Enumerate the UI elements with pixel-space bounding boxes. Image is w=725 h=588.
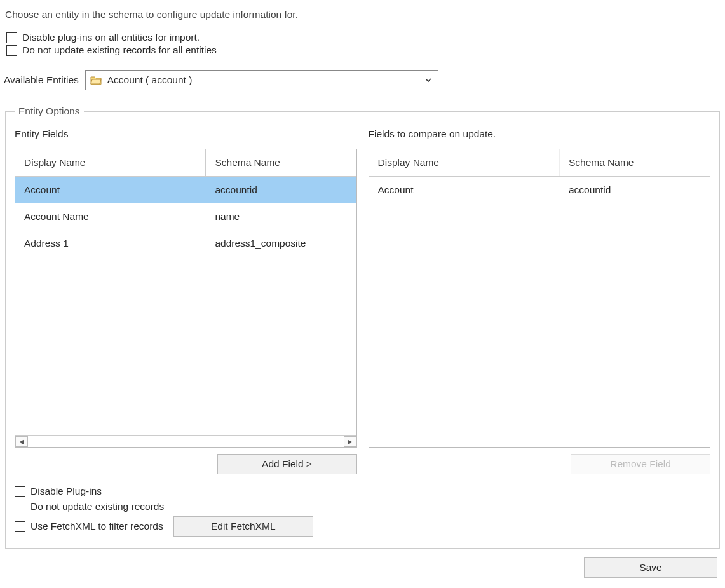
- grid-header-row: Display Name Schema Name: [369, 149, 710, 177]
- scroll-right-arrow[interactable]: ▶: [344, 436, 356, 447]
- entity-fields-grid[interactable]: Display Name Schema Name Accountaccounti…: [15, 149, 357, 448]
- checkbox-label: Do not update existing records: [30, 501, 164, 512]
- compare-fields-grid[interactable]: Display Name Schema Name Accountaccounti…: [369, 149, 711, 448]
- cell-display-name: Account Name: [15, 203, 206, 230]
- scroll-track[interactable]: [28, 436, 344, 447]
- table-row[interactable]: Account Namename: [15, 203, 356, 230]
- col-schema-name[interactable]: Schema Name: [560, 149, 710, 176]
- checkbox-box: [6, 32, 17, 43]
- col-display-name[interactable]: Display Name: [15, 149, 206, 176]
- save-button[interactable]: Save: [584, 557, 717, 578]
- checkbox-box: [15, 521, 25, 532]
- cell-display-name: Account: [15, 177, 206, 203]
- checkbox-box: [6, 45, 17, 56]
- checkbox-label: Use FetchXML to filter records: [30, 521, 163, 532]
- table-row[interactable]: Accountaccountid: [369, 177, 710, 203]
- checkbox-label: Disable Plug-ins: [30, 486, 102, 497]
- checkbox-box: [15, 486, 25, 497]
- checkbox-box: [15, 502, 25, 512]
- dropdown-selected-text: Account ( account ): [107, 74, 419, 86]
- add-field-button[interactable]: Add Field >: [217, 454, 357, 474]
- compare-fields-panel: Fields to compare on update. Display Nam…: [369, 126, 711, 474]
- table-row[interactable]: Address 1address1_composite: [15, 230, 356, 257]
- checkbox-label: Disable plug-ins on all entities for imp…: [22, 32, 200, 43]
- cell-schema-name: name: [206, 203, 356, 230]
- use-fetchxml-checkbox[interactable]: Use FetchXML to filter records: [15, 521, 163, 532]
- no-update-existing-all-checkbox[interactable]: Do not update existing records for all e…: [6, 44, 721, 56]
- horizontal-scrollbar[interactable]: ◀ ▶: [15, 435, 356, 447]
- edit-fetchxml-button[interactable]: Edit FetchXML: [173, 516, 313, 537]
- chevron-down-icon: [424, 76, 433, 85]
- cell-display-name: Address 1: [15, 230, 206, 257]
- col-display-name[interactable]: Display Name: [369, 149, 560, 176]
- checkbox-label: Do not update existing records for all e…: [22, 44, 217, 56]
- entity-fields-title: Entity Fields: [15, 128, 357, 140]
- disable-plugins-all-checkbox[interactable]: Disable plug-ins on all entities for imp…: [6, 32, 721, 43]
- compare-fields-title: Fields to compare on update.: [369, 128, 711, 140]
- cell-schema-name: accountid: [560, 177, 710, 203]
- col-schema-name[interactable]: Schema Name: [206, 149, 356, 176]
- table-row[interactable]: Accountaccountid: [15, 177, 356, 203]
- disable-plugins-checkbox[interactable]: Disable Plug-ins: [15, 486, 710, 497]
- folder-icon: [90, 74, 102, 86]
- entity-fields-panel: Entity Fields Display Name Schema Name A…: [15, 126, 357, 474]
- available-entities-label: Available Entities: [4, 74, 79, 86]
- scroll-left-arrow[interactable]: ◀: [15, 436, 28, 447]
- grid-header-row: Display Name Schema Name: [15, 149, 356, 177]
- remove-field-button[interactable]: Remove Field: [571, 454, 710, 474]
- cell-display-name: Account: [369, 177, 560, 203]
- entity-options-legend: Entity Options: [15, 106, 84, 117]
- entity-options-group: Entity Options Entity Fields Display Nam…: [5, 106, 720, 549]
- no-update-existing-checkbox[interactable]: Do not update existing records: [15, 501, 710, 512]
- cell-schema-name: address1_composite: [206, 230, 356, 257]
- cell-schema-name: accountid: [206, 177, 356, 203]
- available-entities-dropdown[interactable]: Account ( account ): [85, 70, 438, 90]
- instruction-text: Choose an entity in the schema to config…: [5, 9, 721, 20]
